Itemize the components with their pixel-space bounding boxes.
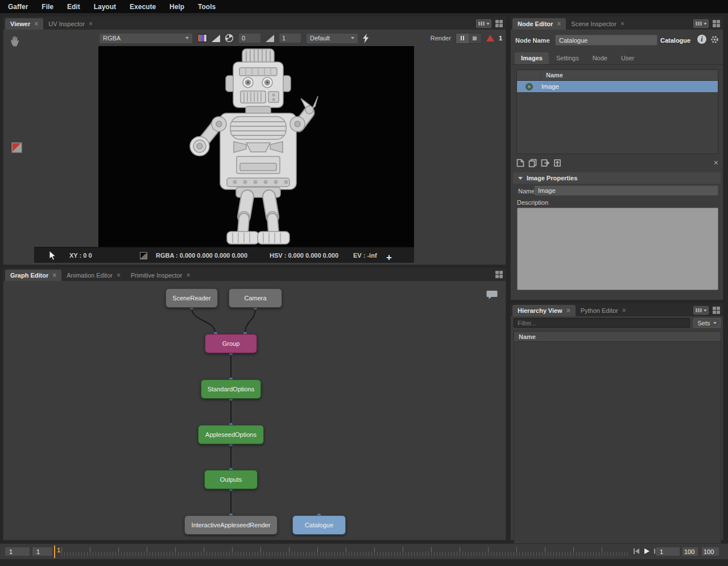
mouse-cursor-icon xyxy=(49,251,56,261)
grid-layout-icon[interactable] xyxy=(495,271,503,278)
tab-hierarchy-view[interactable]: Hierarchy View × xyxy=(512,305,576,316)
menu-help[interactable]: Help xyxy=(169,3,184,11)
channel-solo-icon[interactable] xyxy=(197,34,207,42)
extract-image-icon[interactable] xyxy=(553,159,561,167)
menu-file[interactable]: File xyxy=(42,3,53,11)
hierarchy-list[interactable] xyxy=(514,342,721,550)
subtab-node[interactable]: Node xyxy=(586,52,614,64)
node-group[interactable]: Group xyxy=(205,334,257,353)
close-icon[interactable]: × xyxy=(89,20,93,27)
export-image-icon[interactable] xyxy=(541,159,549,167)
node-camera[interactable]: Camera xyxy=(229,288,282,308)
catalogue-image-icon xyxy=(517,83,541,90)
description-field[interactable] xyxy=(517,208,718,290)
render-pause-button[interactable] xyxy=(456,34,469,43)
close-icon[interactable]: × xyxy=(117,272,121,279)
playhead[interactable] xyxy=(54,546,55,558)
add-image-icon[interactable] xyxy=(516,159,524,167)
sets-dropdown[interactable]: Sets xyxy=(693,318,721,328)
tab-primitive-inspector[interactable]: Primitive Inspector × xyxy=(126,270,196,281)
channel-dropdown[interactable]: RGBA xyxy=(99,33,193,44)
node-standardoptions[interactable]: StandardOptions xyxy=(201,379,261,399)
grid-layout-icon[interactable] xyxy=(495,20,503,27)
close-icon[interactable]: × xyxy=(622,307,626,314)
node-interactiveappleseedrender[interactable]: InteractiveAppleseedRender xyxy=(184,515,278,535)
add-display-button[interactable]: + xyxy=(386,252,392,263)
graph-wires xyxy=(3,281,506,540)
frame-increment-field[interactable] xyxy=(32,547,53,556)
tab-uv-inspector[interactable]: UV Inspector × xyxy=(43,18,98,30)
timeline-ruler[interactable] xyxy=(61,547,629,556)
menu-gaffer[interactable]: Gaffer xyxy=(8,3,28,11)
remove-image-icon[interactable]: × xyxy=(714,159,718,167)
playback-start-field[interactable] xyxy=(655,547,680,556)
close-icon[interactable]: × xyxy=(52,272,56,279)
node-name-field[interactable] xyxy=(555,35,657,46)
tab-node-editor[interactable]: Node Editor × xyxy=(512,18,566,30)
close-icon[interactable]: × xyxy=(566,307,570,314)
layout-preset-button[interactable] xyxy=(693,306,709,315)
close-icon[interactable]: × xyxy=(557,20,561,27)
subtab-user[interactable]: User xyxy=(615,52,640,64)
pixel-inspector-icon[interactable] xyxy=(11,142,22,153)
grid-layout-icon[interactable] xyxy=(713,307,720,314)
menu-tools[interactable]: Tools xyxy=(198,3,216,11)
tab-python-editor[interactable]: Python Editor × xyxy=(576,305,631,316)
menu-edit[interactable]: Edit xyxy=(67,3,80,11)
image-name-field[interactable] xyxy=(534,185,718,196)
table-row-image[interactable]: Image xyxy=(517,81,718,92)
tab-scene-inspector[interactable]: Scene Inspector × xyxy=(566,18,630,30)
node-outputs[interactable]: Outputs xyxy=(204,470,258,489)
gamma-field[interactable] xyxy=(279,33,301,43)
close-icon[interactable]: × xyxy=(34,20,38,27)
tab-viewer[interactable]: Viewer × xyxy=(5,18,43,30)
warning-icon[interactable] xyxy=(486,35,494,42)
play-icon[interactable] xyxy=(643,548,650,555)
chevron-down-icon xyxy=(351,37,354,39)
exposure-lock-icon[interactable] xyxy=(225,34,234,43)
current-frame-field[interactable] xyxy=(5,547,30,556)
node-graph[interactable]: SceneReader Camera Group StandardOptions… xyxy=(3,281,506,540)
exposure-field[interactable] xyxy=(238,33,261,43)
image-properties-header[interactable]: Image Properties xyxy=(513,172,721,184)
node-catalogue[interactable]: Catalogue xyxy=(292,515,346,535)
lightning-icon[interactable] xyxy=(363,34,369,43)
pan-hand-icon[interactable] xyxy=(9,35,21,47)
tab-graph-editor[interactable]: Graph Editor × xyxy=(5,270,61,281)
layout-preset-button[interactable] xyxy=(476,19,491,28)
playback-end-field[interactable] xyxy=(682,547,698,556)
playhead-frame-label: 1 xyxy=(57,547,60,553)
status-rgba: RGBA : 0.000 0.000 0.000 0.000 xyxy=(156,252,247,259)
node-scenereader[interactable]: SceneReader xyxy=(166,288,218,308)
subtab-images[interactable]: Images xyxy=(515,52,549,64)
display-transform-dropdown[interactable]: Default xyxy=(306,33,358,44)
color-swatch-icon xyxy=(140,252,147,259)
hierarchy-name-header[interactable]: Name xyxy=(514,331,721,342)
duplicate-image-icon[interactable] xyxy=(528,159,537,167)
tab-label: Hierarchy View xyxy=(518,307,562,314)
render-stop-button[interactable] xyxy=(469,34,481,43)
filter-input[interactable] xyxy=(514,318,690,328)
grid-layout-icon[interactable] xyxy=(713,20,720,27)
menu-execute[interactable]: Execute xyxy=(130,3,156,11)
layout-preset-button[interactable] xyxy=(693,19,709,28)
display-transform-value: Default xyxy=(310,35,330,42)
tab-label: Graph Editor xyxy=(10,272,48,279)
menu-layout[interactable]: Layout xyxy=(94,3,116,11)
tab-animation-editor[interactable]: Animation Editor × xyxy=(61,270,126,281)
node-appleseedoptions[interactable]: AppleseedOptions xyxy=(198,425,264,444)
gamma-ramp-icon[interactable] xyxy=(266,35,274,42)
close-icon[interactable]: × xyxy=(621,20,624,27)
status-ev: EV : -inf xyxy=(353,252,377,259)
close-icon[interactable]: × xyxy=(186,272,190,279)
gear-icon[interactable] xyxy=(710,35,719,44)
skip-start-icon[interactable] xyxy=(632,548,640,555)
annotation-bubble-icon[interactable] xyxy=(486,290,498,300)
name-column-header[interactable]: Name xyxy=(541,70,718,80)
render-viewport[interactable] xyxy=(98,46,414,247)
images-table-header: Name xyxy=(517,70,718,81)
frame-range-end-field[interactable] xyxy=(701,547,719,556)
exposure-ramp-icon[interactable] xyxy=(212,35,220,42)
info-icon[interactable]: i xyxy=(697,35,706,44)
subtab-settings[interactable]: Settings xyxy=(550,52,585,64)
